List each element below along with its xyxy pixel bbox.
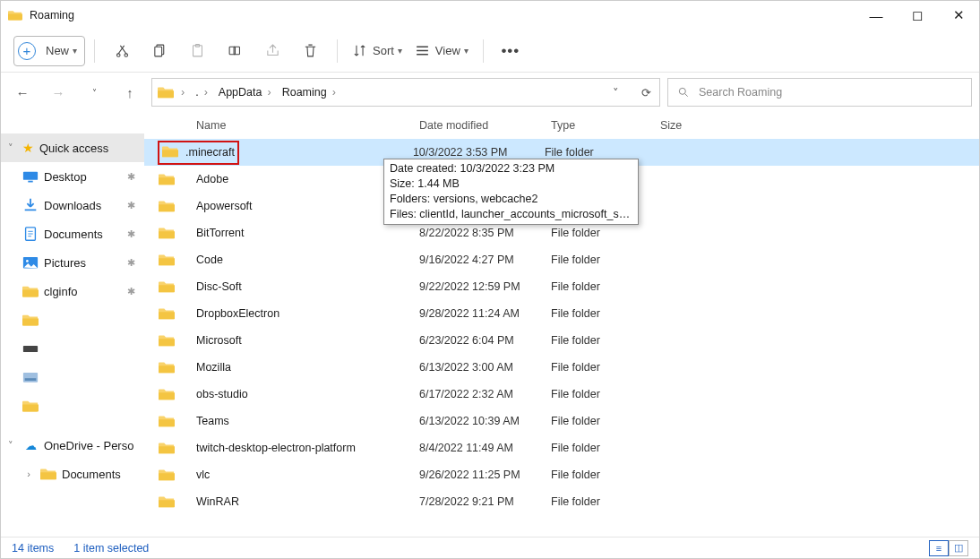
status-item-count: 14 items [12,542,54,555]
pin-icon: ✱ [127,200,135,211]
chevron-down-icon: ▾ [73,46,77,56]
sidebar-item[interactable] [1,363,144,391]
rename-button[interactable] [217,36,253,66]
svg-point-8 [679,88,685,94]
sidebar-item[interactable] [1,391,144,420]
sort-label: Sort [373,44,394,57]
sort-button[interactable]: Sort ▾ [347,36,408,66]
column-size[interactable]: Size [660,119,714,132]
svg-rect-14 [23,345,38,351]
nav-item-label: clginfo [44,285,78,298]
file-type: File folder [551,361,660,374]
table-row[interactable]: vlc9/26/2022 11:25 PMFile folder [144,461,979,488]
nav-item-label: Pictures [44,256,86,270]
sidebar-item[interactable]: Documents✱ [1,219,144,248]
new-button[interactable]: + New ▾ [13,36,85,66]
table-row[interactable]: Mozilla6/13/2022 3:00 AMFile folder [144,354,979,381]
sidebar-item[interactable]: clginfo✱ [1,277,144,305]
file-date: 9/16/2022 4:27 PM [419,254,551,266]
up-button[interactable]: ↑ [116,85,144,100]
nav-icon [22,226,39,242]
file-date: 9/22/2022 12:59 PM [419,280,551,293]
minimize-button[interactable]: — [855,1,897,30]
table-row[interactable]: Code9/16/2022 4:27 PMFile folder [144,246,979,273]
sidebar-item[interactable]: Downloads✱ [1,191,144,219]
file-date: 8/4/2022 11:49 AM [419,442,551,454]
recent-button[interactable]: ˅ [80,88,108,98]
table-row[interactable]: Teams6/13/2022 10:39 AMFile folder [144,408,979,434]
file-date: 10/3/2022 3:53 PM [413,146,545,159]
file-name: Microsoft [196,334,419,347]
sidebar-item[interactable]: Pictures✱ [1,248,144,277]
file-date: 6/13/2022 3:00 AM [419,361,551,374]
folder-icon [159,387,196,401]
tooltip-line: Date created: 10/3/2022 3:23 PM [390,161,632,176]
file-type: File folder [551,415,660,427]
table-row[interactable]: Disc-Soft9/22/2022 12:59 PMFile folder [144,273,979,300]
sidebar-item[interactable]: Desktop✱ [1,162,144,191]
delete-button[interactable] [292,36,328,66]
column-type[interactable]: Type [551,119,660,132]
chevron-down-icon: ▾ [464,46,469,56]
paste-button[interactable] [179,36,215,66]
nav-icon [22,345,39,353]
column-headers[interactable]: Name Date modified Type Size [144,112,979,139]
more-button[interactable]: ••• [493,36,529,66]
clipboard-icon [190,43,205,58]
folder-icon [159,494,196,509]
table-row[interactable]: twitch-desktop-electron-platform8/4/2022… [144,434,979,461]
status-selection: 1 item selected [73,542,149,555]
table-row[interactable]: DropboxElectron9/28/2022 11:24 AMFile fo… [144,300,979,327]
folder-icon [159,226,196,240]
back-button[interactable]: ← [8,85,37,100]
maximize-button[interactable]: ◻ [897,1,938,30]
nav-icon [22,314,39,326]
forward-button[interactable]: → [44,85,73,100]
file-type: File folder [551,388,660,400]
sidebar-item[interactable] [1,334,144,363]
quick-access[interactable]: ˅ ★ Quick access [1,133,144,162]
file-name: Teams [196,415,419,427]
rename-icon [228,43,243,58]
sidebar-item[interactable] [1,305,144,334]
chevron-down-icon: ▾ [398,46,402,56]
folder-icon [159,172,196,186]
table-row[interactable]: obs-studio6/17/2022 2:32 AMFile folder [144,381,979,408]
search-input[interactable]: Search Roaming [667,78,972,107]
nav-item-label: Desktop [44,170,87,184]
breadcrumb-item[interactable]: Roaming› [279,86,340,99]
table-row[interactable]: WinRAR7/28/2022 9:21 PMFile folder [144,488,979,515]
file-name: .minecraft [185,146,235,159]
refresh-button[interactable]: ⟳ [632,86,659,99]
file-name: DropboxElectron [196,307,419,320]
breadcrumb-item[interactable]: AppData› [215,86,275,99]
nav-icon [22,256,39,269]
column-date[interactable]: Date modified [419,119,551,132]
cut-button[interactable] [104,36,140,66]
onedrive-documents[interactable]: › Documents [1,460,144,488]
file-type: File folder [551,334,660,347]
view-button[interactable]: View ▾ [409,36,474,66]
file-type: File folder [545,146,654,159]
pin-icon: ✱ [127,286,135,297]
close-button[interactable]: ✕ [938,1,979,30]
tooltip-line: Files: clientId, launcher_accounts_micro… [390,207,632,222]
sort-icon [352,43,367,58]
cloud-icon: ☁ [22,439,39,452]
star-icon: ★ [22,141,34,155]
svg-point-0 [116,54,120,57]
column-name[interactable]: Name [196,119,419,132]
address-history-button[interactable]: ˅ [602,86,629,99]
chevron-down-icon: ˅ [4,440,17,452]
onedrive[interactable]: ˅ ☁ OneDrive - Perso [1,431,144,460]
share-button[interactable] [254,36,290,66]
toolbar: + New ▾ Sort ▾ View ▾ ••• [1,30,979,73]
address-bar[interactable]: › .› AppData› Roaming› ˅ ⟳ [151,78,660,107]
icons-view-button[interactable]: ◫ [949,540,968,556]
details-view-button[interactable]: ≡ [929,540,949,556]
copy-button[interactable] [142,36,177,66]
file-name: twitch-desktop-electron-platform [196,442,419,454]
folder-icon [159,468,196,482]
breadcrumb-item[interactable]: .› [192,86,211,99]
table-row[interactable]: Microsoft6/23/2022 6:04 PMFile folder [144,327,979,354]
